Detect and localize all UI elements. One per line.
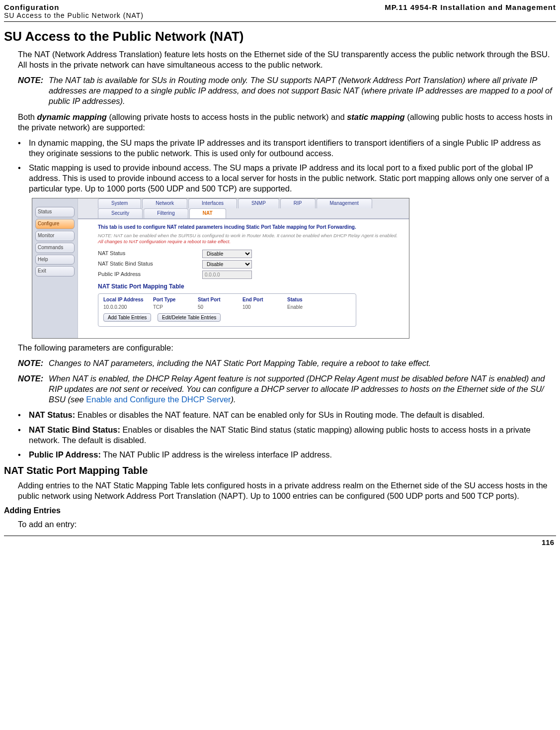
header-left: Configuration SU Access to the Public Ne…	[4, 3, 144, 19]
note-body: The NAT tab is available for SUs in Rout…	[49, 75, 554, 106]
bullet-text: Public IP Address: The NAT Public IP add…	[29, 450, 554, 460]
list-item: • Public IP Address: The NAT Public IP a…	[18, 450, 554, 460]
dynamic-mapping-term: dynamic mapping	[37, 112, 107, 121]
tab-nat[interactable]: NAT	[189, 208, 226, 218]
page-footer: 116	[4, 536, 556, 551]
intro-paragraph: The NAT (Network Address Translation) fe…	[18, 49, 554, 70]
page-title: SU Access to the Public Network (NAT)	[4, 29, 556, 44]
col-port-type: Port Type	[153, 297, 198, 303]
section-paragraph: Adding entries to the NAT Static Mapping…	[18, 480, 554, 501]
nat-status-row: NAT Status Disable	[98, 249, 400, 259]
bullet-text: In dynamic mapping, the SU maps the priv…	[29, 138, 554, 159]
tab-snmp[interactable]: SNMP	[238, 198, 279, 208]
note-body: Changes to NAT parameters, including the…	[49, 358, 554, 368]
table-row: 10.0.0.200 TCP 50 100 Enable	[103, 303, 351, 312]
bullet-icon: •	[18, 425, 29, 446]
bullet-icon: •	[18, 163, 29, 194]
note-label: NOTE:	[18, 358, 49, 368]
note-text: ).	[231, 395, 236, 404]
panel-note-warning: All changes to NAT configuration require…	[98, 239, 231, 244]
param-body: The NAT Public IP address is the wireles…	[101, 450, 332, 459]
tab-interfaces[interactable]: Interfaces	[188, 198, 237, 208]
text: (allowing private hosts to access hosts …	[107, 112, 347, 121]
note-body: When NAT is enabled, the DHCP Relay Agen…	[49, 373, 554, 405]
tab-security[interactable]: Security	[98, 208, 143, 218]
header-section: Configuration	[4, 3, 144, 11]
cell-local-ip: 10.0.0.200	[103, 304, 153, 311]
nat-status-label: NAT Status	[98, 250, 202, 258]
table-header: Local IP Address Port Type Start Port En…	[103, 297, 351, 303]
main-pane: System Network Interfaces SNMP RIP Manag…	[78, 198, 409, 338]
mapping-table: Local IP Address Port Type Start Port En…	[98, 293, 356, 326]
sidebar: Status Configure Monitor Commands Help E…	[32, 198, 78, 338]
mapping-table-title: NAT Static Port Mapping Table	[98, 283, 400, 290]
dhcp-server-link[interactable]: Enable and Configure the DHCP Server	[86, 395, 231, 404]
bullet-text: NAT Status: Enables or disables the NAT …	[29, 410, 554, 420]
subsection-heading: Adding Entries	[4, 506, 556, 515]
tab-management[interactable]: Management	[317, 198, 372, 208]
cell-start-port: 50	[198, 304, 242, 311]
col-status: Status	[287, 297, 332, 303]
list-item: • Static mapping is used to provide inbo…	[18, 163, 554, 194]
bullet-text: Static mapping is used to provide inboun…	[29, 163, 554, 194]
tab-rip[interactable]: RIP	[280, 198, 316, 208]
panel-intro: This tab is used to configure NAT relate…	[98, 224, 400, 231]
text: Both	[18, 112, 37, 121]
sidebar-item-help[interactable]: Help	[35, 255, 75, 265]
nat-panel: This tab is used to configure NAT relate…	[78, 219, 409, 338]
static-mapping-term: static mapping	[347, 112, 404, 121]
tab-network[interactable]: Network	[142, 198, 187, 208]
list-item: • NAT Static Bind Status: Enables or dis…	[18, 425, 554, 446]
bullet-text: NAT Static Bind Status: Enables or disab…	[29, 425, 554, 446]
nat-status-select[interactable]: Disable	[202, 250, 252, 258]
tab-filtering[interactable]: Filtering	[144, 208, 188, 218]
sidebar-item-exit[interactable]: Exit	[35, 266, 75, 276]
note-1: NOTE: The NAT tab is available for SUs i…	[18, 75, 554, 106]
tab-row-2: Security Filtering NAT	[78, 208, 409, 219]
page-number: 116	[542, 538, 554, 547]
nat-bind-row: NAT Static Bind Status Disable	[98, 259, 400, 270]
embedded-app-screenshot: Status Configure Monitor Commands Help E…	[32, 198, 409, 339]
sidebar-item-commands[interactable]: Commands	[35, 243, 75, 253]
cell-status: Enable	[287, 304, 332, 311]
col-local-ip: Local IP Address	[103, 297, 153, 303]
param-label: Public IP Address:	[29, 450, 101, 459]
note-label: NOTE:	[18, 373, 49, 405]
param-label: NAT Static Bind Status:	[29, 425, 120, 434]
public-ip-field[interactable]	[202, 271, 252, 279]
panel-note: NOTE: NAT can be enabled when the SU/RSU…	[98, 233, 400, 245]
subsection-paragraph: To add an entry:	[18, 519, 554, 530]
parameter-bullets: • NAT Status: Enables or disables the NA…	[18, 410, 554, 459]
add-table-entries-button[interactable]: Add Table Entries	[103, 313, 151, 322]
header-doc-title: MP.11 4954-R Installation and Management	[385, 3, 556, 11]
public-ip-label: Public IP Address	[98, 271, 202, 279]
nat-bind-label: NAT Static Bind Status	[98, 260, 202, 269]
cell-end-port: 100	[242, 304, 287, 311]
bullet-icon: •	[18, 138, 29, 159]
nat-bind-select[interactable]: Disable	[202, 260, 252, 269]
edit-delete-entries-button[interactable]: Edit/Delete Table Entries	[158, 313, 221, 322]
bullet-icon: •	[18, 410, 29, 420]
bullet-icon: •	[18, 450, 29, 460]
cell-port-type: TCP	[153, 304, 198, 311]
page-header: Configuration SU Access to the Public Ne…	[4, 0, 556, 22]
sidebar-item-monitor[interactable]: Monitor	[35, 231, 75, 241]
col-end-port: End Port	[242, 297, 287, 303]
list-item: • NAT Status: Enables or disables the NA…	[18, 410, 554, 420]
following-paragraph: The following parameters are configurabl…	[18, 343, 554, 353]
param-body: Enables or disables the NAT feature. NAT…	[75, 410, 484, 419]
section-heading: NAT Static Port Mapping Table	[4, 465, 556, 476]
param-label: NAT Status:	[29, 410, 75, 419]
mapping-paragraph: Both dynamic mapping (allowing private h…	[18, 112, 554, 133]
header-subsection: SU Access to the Public Network (NAT)	[4, 11, 144, 19]
list-item: • In dynamic mapping, the SU maps the pr…	[18, 138, 554, 159]
tab-row-1: System Network Interfaces SNMP RIP Manag…	[78, 198, 409, 208]
mapping-bullets: • In dynamic mapping, the SU maps the pr…	[18, 138, 554, 194]
col-start-port: Start Port	[198, 297, 242, 303]
public-ip-row: Public IP Address	[98, 270, 400, 280]
sidebar-item-configure[interactable]: Configure	[35, 219, 75, 229]
tab-system[interactable]: System	[98, 198, 141, 208]
sidebar-item-status[interactable]: Status	[35, 207, 75, 217]
panel-note-text: NOTE: NAT can be enabled when the SU/RSU…	[98, 233, 398, 238]
note-3: NOTE: When NAT is enabled, the DHCP Rela…	[18, 373, 554, 405]
